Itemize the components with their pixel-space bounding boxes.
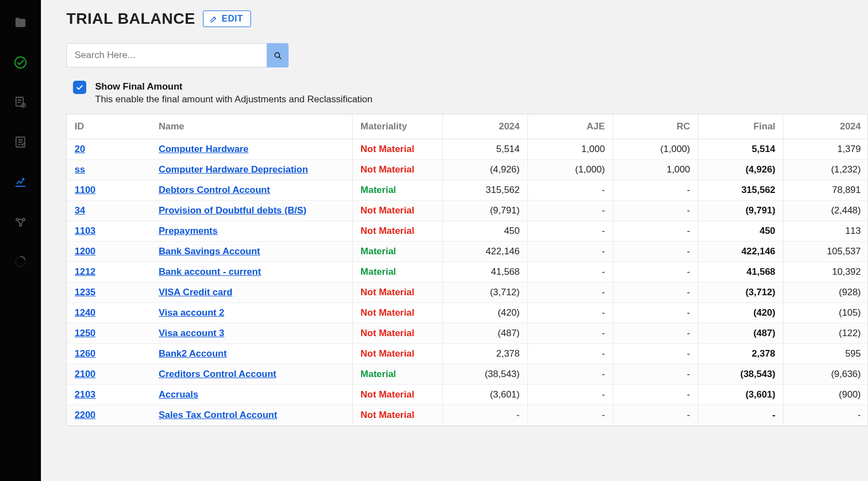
account-id-link[interactable]: 1212 xyxy=(75,266,96,277)
rc-cell: 1,000 xyxy=(613,159,698,180)
rc-cell: - xyxy=(613,302,698,323)
year-cell: (3,712) xyxy=(442,282,527,302)
table-row: 1200Bank Savings AccountMaterial422,146-… xyxy=(67,241,868,262)
col-rc[interactable]: RC xyxy=(613,114,698,139)
final-cell: (420) xyxy=(698,302,783,323)
materiality-cell: Material xyxy=(353,180,443,200)
table-row: 2100Creditors Control AccountMaterial(38… xyxy=(67,364,868,384)
materiality-cell: Not Material xyxy=(353,323,443,343)
progress-circle-icon[interactable] xyxy=(13,254,28,269)
svg-point-5 xyxy=(23,218,25,221)
prev-cell: - xyxy=(783,405,868,425)
aje-cell: - xyxy=(528,241,613,262)
account-name-link[interactable]: Computer Hardware Depreciation xyxy=(159,164,308,175)
account-id-link[interactable]: 1260 xyxy=(75,348,96,359)
account-id-link[interactable]: 1100 xyxy=(75,185,96,195)
main-panel: TRIAL BALANCE EDIT Show Final Amount Thi… xyxy=(41,0,868,481)
prev-cell: 595 xyxy=(783,343,868,364)
edit-button-label: EDIT xyxy=(222,14,243,24)
show-final-checkbox[interactable] xyxy=(73,81,86,94)
search-input[interactable] xyxy=(66,43,266,67)
materiality-cell: Not Material xyxy=(353,343,443,364)
table-row: 1240Visa account 2Not Material(420)--(42… xyxy=(67,302,868,323)
edit-button[interactable]: EDIT xyxy=(203,11,250,27)
table-row: 1100Debtors Control AccountMaterial315,5… xyxy=(67,180,868,200)
analytics-icon[interactable] xyxy=(13,175,28,189)
account-id-link[interactable]: 2200 xyxy=(75,410,96,420)
col-name[interactable]: Name xyxy=(151,114,353,139)
materiality-cell: Not Material xyxy=(353,405,443,425)
rc-cell: - xyxy=(613,221,698,241)
prev-cell: (105) xyxy=(783,302,868,323)
ledger-icon[interactable] xyxy=(13,135,28,149)
prev-cell: (122) xyxy=(783,323,868,343)
account-name-link[interactable]: Bank2 Account xyxy=(159,348,227,359)
svg-point-6 xyxy=(19,224,22,226)
final-cell: 315,562 xyxy=(698,180,783,200)
rc-cell: - xyxy=(613,384,698,405)
left-sidebar xyxy=(0,0,41,481)
account-name-link[interactable]: Computer Hardware xyxy=(159,144,248,154)
trial-balance-table: ID Name Materiality 2024 AJE RC Final 20… xyxy=(66,114,868,426)
account-id-link[interactable]: 20 xyxy=(75,144,85,154)
rc-cell: - xyxy=(613,262,698,282)
account-id-link[interactable]: 1235 xyxy=(75,287,96,297)
account-id-link[interactable]: 1250 xyxy=(75,328,96,338)
account-name-link[interactable]: Accruals xyxy=(159,389,198,400)
account-name-link[interactable]: Visa account 2 xyxy=(159,307,224,318)
year-cell: (487) xyxy=(442,323,527,343)
account-name-link[interactable]: Bank Savings Account xyxy=(159,246,260,257)
aje-cell: - xyxy=(528,364,613,384)
year-cell: 315,562 xyxy=(442,180,527,200)
col-materiality[interactable]: Materiality xyxy=(353,114,443,139)
materiality-cell: Not Material xyxy=(353,221,443,241)
aje-cell: - xyxy=(528,323,613,343)
rc-cell: - xyxy=(613,343,698,364)
account-name-link[interactable]: VISA Credit card xyxy=(159,287,233,297)
check-circle-icon[interactable] xyxy=(13,55,28,70)
table-row: 2200Sales Tax Control AccountNot Materia… xyxy=(67,405,868,425)
account-id-link[interactable]: ss xyxy=(75,164,85,175)
final-cell: 450 xyxy=(698,221,783,241)
col-final[interactable]: Final xyxy=(698,114,783,139)
integration-icon[interactable] xyxy=(13,215,28,229)
account-name-link[interactable]: Visa account 3 xyxy=(159,328,224,338)
search-button[interactable] xyxy=(266,43,289,67)
account-id-link[interactable]: 1103 xyxy=(75,226,96,236)
year-cell: 41,568 xyxy=(442,262,527,282)
year-cell: (38,543) xyxy=(442,364,527,384)
final-cell: (38,543) xyxy=(698,364,783,384)
materiality-cell: Material xyxy=(353,262,443,282)
year-cell: (9,791) xyxy=(442,200,527,221)
account-name-link[interactable]: Sales Tax Control Account xyxy=(159,410,277,420)
prev-cell: 10,392 xyxy=(783,262,868,282)
account-id-link[interactable]: 1200 xyxy=(75,246,96,257)
prev-cell: 78,891 xyxy=(783,180,868,200)
aje-cell: - xyxy=(528,405,613,425)
account-name-link[interactable]: Bank account - current xyxy=(159,266,261,277)
materiality-cell: Not Material xyxy=(353,302,443,323)
account-name-link[interactable]: Creditors Control Account xyxy=(159,369,276,379)
assignment-icon[interactable] xyxy=(13,95,28,109)
final-cell: 41,568 xyxy=(698,262,783,282)
table-row: 1103PrepaymentsNot Material450--450113 xyxy=(67,221,868,241)
account-id-link[interactable]: 2103 xyxy=(75,389,96,400)
col-year[interactable]: 2024 xyxy=(442,114,527,139)
table-row: 2103AccrualsNot Material(3,601)--(3,601)… xyxy=(67,384,868,405)
account-id-link[interactable]: 34 xyxy=(75,205,85,216)
col-aje[interactable]: AJE xyxy=(528,114,613,139)
final-cell: 422,146 xyxy=(698,241,783,262)
account-name-link[interactable]: Prepayments xyxy=(159,226,218,236)
account-name-link[interactable]: Debtors Control Account xyxy=(159,185,270,195)
rc-cell: - xyxy=(613,405,698,425)
account-id-link[interactable]: 2100 xyxy=(75,369,96,379)
account-name-link[interactable]: Provision of Doubtful debts (B/S) xyxy=(159,205,306,216)
folder-icon[interactable] xyxy=(13,15,28,30)
account-id-link[interactable]: 1240 xyxy=(75,307,96,318)
prev-cell: (2,448) xyxy=(783,200,868,221)
prev-cell: (928) xyxy=(783,282,868,302)
aje-cell: (1,000) xyxy=(528,159,613,180)
col-prev[interactable]: 2024 xyxy=(783,114,868,139)
col-id[interactable]: ID xyxy=(67,114,151,139)
materiality-cell: Not Material xyxy=(353,384,443,405)
